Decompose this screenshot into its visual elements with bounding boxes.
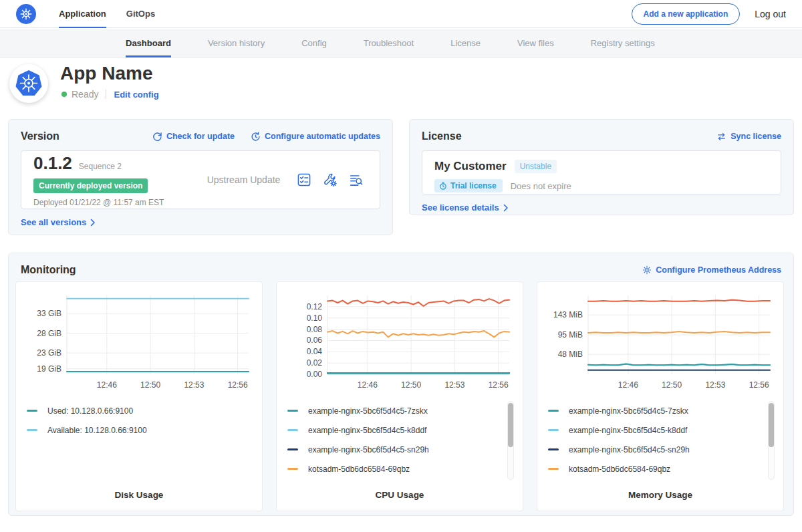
legend-color-dash bbox=[287, 468, 298, 470]
legend-scrollbar[interactable] bbox=[768, 401, 775, 480]
memory-usage-chart-card: 12:4612:5012:5312:5648 MiB95 MiB143 MiB … bbox=[537, 281, 784, 511]
legend-item: kotsadm-5db6dc6584-69qbz bbox=[548, 459, 750, 479]
tab-application-label: Application bbox=[59, 9, 106, 19]
svg-text:0.02: 0.02 bbox=[307, 358, 323, 368]
svg-text:12:53: 12:53 bbox=[444, 380, 464, 390]
app-subnav: Dashboard Version history Config Trouble… bbox=[0, 29, 802, 57]
page-title: App Name bbox=[60, 63, 152, 84]
cpu-usage-chart: 12:4612:5012:5312:560.000.020.040.060.08… bbox=[287, 290, 513, 393]
legend-item: Used: 10.128.0.66:9100 bbox=[27, 401, 229, 420]
disk-usage-chart-card: 12:4612:5012:5312:5619 GiB23 GiB28 GiB33… bbox=[15, 281, 263, 511]
svg-text:0.06: 0.06 bbox=[307, 336, 323, 345]
svg-text:33 GiB: 33 GiB bbox=[37, 309, 61, 318]
disk-usage-legend: Used: 10.128.0.66:9100Available: 10.128.… bbox=[27, 401, 251, 440]
chevron-right-icon bbox=[90, 219, 96, 227]
svg-text:12:46: 12:46 bbox=[618, 380, 638, 390]
logout-link[interactable]: Log out bbox=[755, 9, 786, 19]
tab-license[interactable]: License bbox=[450, 29, 481, 57]
tab-gitops-label: GitOps bbox=[126, 9, 155, 19]
tab-application[interactable]: Application bbox=[59, 0, 106, 28]
scrollbar-thumb[interactable] bbox=[769, 403, 774, 447]
chart-title: Memory Usage bbox=[537, 490, 783, 500]
svg-text:12:53: 12:53 bbox=[705, 380, 725, 390]
topnav-right: Add a new application Log out bbox=[632, 3, 786, 25]
tab-gitops[interactable]: GitOps bbox=[126, 0, 155, 28]
tab-dashboard[interactable]: Dashboard bbox=[126, 29, 171, 57]
version-card: Version Check for update Configure au bbox=[8, 119, 393, 235]
edit-config-link[interactable]: Edit config bbox=[114, 90, 158, 100]
config-wrench-icon[interactable] bbox=[323, 172, 338, 187]
legend-item: Available: 10.128.0.66:9100 bbox=[27, 420, 229, 440]
svg-text:0.04: 0.04 bbox=[307, 347, 323, 356]
check-for-update-link[interactable]: Check for update bbox=[152, 132, 235, 142]
legend-color-dash bbox=[548, 448, 559, 450]
kubernetes-app-icon bbox=[15, 69, 43, 98]
svg-text:23 GiB: 23 GiB bbox=[37, 348, 61, 358]
see-license-details-label: See license details bbox=[422, 203, 499, 213]
cpu-usage-legend: example-nginx-5bc6f5d4c5-7zskxexample-ng… bbox=[287, 401, 512, 479]
deploy-logs-icon[interactable] bbox=[349, 172, 364, 187]
legend-color-dash bbox=[287, 410, 298, 412]
svg-text:28 GiB: 28 GiB bbox=[37, 329, 61, 338]
sync-license-link[interactable]: Sync license bbox=[716, 132, 781, 142]
disk-usage-chart: 12:4612:5012:5312:5619 GiB23 GiB28 GiB33… bbox=[27, 290, 253, 393]
memory-usage-legend: example-nginx-5bc6f5d4c5-7zskxexample-ng… bbox=[548, 401, 773, 479]
svg-text:12:50: 12:50 bbox=[662, 380, 682, 390]
svg-text:143 MiB: 143 MiB bbox=[553, 310, 583, 319]
divider bbox=[106, 90, 106, 99]
memory-usage-chart: 12:4612:5012:5312:5648 MiB95 MiB143 MiB bbox=[548, 290, 774, 393]
tab-registry-settings[interactable]: Registry settings bbox=[591, 29, 655, 57]
legend-item: example-nginx-5bc6f5d4c5-k8ddf bbox=[548, 420, 750, 440]
configure-automatic-updates-link[interactable]: Configure automatic updates bbox=[251, 132, 380, 142]
tab-version-history[interactable]: Version history bbox=[208, 29, 265, 57]
status-badge: Ready bbox=[72, 89, 98, 100]
legend-color-dash bbox=[287, 448, 298, 450]
svg-text:12:50: 12:50 bbox=[401, 380, 421, 390]
scrollbar-thumb[interactable] bbox=[508, 403, 513, 447]
app-header: App Name Ready Edit config bbox=[0, 57, 802, 115]
svg-text:12:56: 12:56 bbox=[749, 380, 769, 390]
kots-admin-console: Application GitOps Add a new application… bbox=[0, 0, 802, 532]
svg-text:0.12: 0.12 bbox=[307, 302, 323, 311]
see-license-details-link[interactable]: See license details bbox=[422, 203, 781, 213]
monitoring-title: Monitoring bbox=[21, 264, 76, 276]
version-number: 0.1.2 bbox=[33, 153, 72, 174]
add-application-button[interactable]: Add a new application bbox=[632, 3, 741, 25]
tab-view-files[interactable]: View files bbox=[517, 29, 554, 57]
svg-text:12:46: 12:46 bbox=[97, 380, 117, 390]
legend-color-dash bbox=[548, 410, 559, 412]
svg-text:12:56: 12:56 bbox=[228, 380, 248, 390]
chevron-right-icon bbox=[503, 204, 509, 212]
version-card-title: Version bbox=[21, 130, 59, 142]
svg-text:12:56: 12:56 bbox=[489, 380, 509, 390]
check-for-update-label: Check for update bbox=[166, 132, 235, 141]
tab-config[interactable]: Config bbox=[301, 29, 327, 57]
monitoring-charts: 12:4612:5012:5312:5619 GiB23 GiB28 GiB33… bbox=[15, 281, 784, 511]
version-info: 0.1.2 Sequence 2 Currently deployed vers… bbox=[33, 153, 190, 207]
license-card-header: License Sync license bbox=[422, 130, 781, 142]
license-expiry-text: Does not expire bbox=[511, 181, 571, 191]
cpu-usage-chart-card: 12:4612:5012:5312:560.000.020.040.060.08… bbox=[276, 281, 523, 511]
configure-prometheus-link[interactable]: Configure Prometheus Address bbox=[642, 265, 781, 275]
license-card-title: License bbox=[422, 130, 462, 142]
legend-label: kotsadm-5db6dc6584-69qbz bbox=[569, 464, 670, 474]
channel-badge: Unstable bbox=[515, 160, 557, 173]
see-all-versions-label: See all versions bbox=[21, 217, 86, 227]
deployed-badge: Currently deployed version bbox=[33, 178, 148, 193]
monitoring-header: Monitoring Configure Prometheus Address bbox=[21, 264, 781, 276]
license-info-box: My Customer Unstable Trial license Does … bbox=[422, 150, 781, 194]
license-card: License Sync license My Customer Unstabl… bbox=[409, 119, 794, 215]
svg-text:19 GiB: 19 GiB bbox=[37, 364, 61, 374]
tab-troubleshoot[interactable]: Troubleshoot bbox=[364, 29, 414, 57]
svg-text:12:46: 12:46 bbox=[358, 380, 378, 390]
legend-scrollbar[interactable] bbox=[507, 401, 514, 480]
preflight-checks-icon[interactable] bbox=[297, 172, 311, 187]
configure-automatic-updates-label: Configure automatic updates bbox=[265, 132, 380, 141]
monitoring-section: Monitoring Configure Prometheus Address … bbox=[8, 253, 794, 516]
sync-arrows-icon bbox=[716, 132, 726, 142]
top-tabs: Application GitOps bbox=[59, 0, 175, 28]
svg-text:95 MiB: 95 MiB bbox=[558, 330, 583, 340]
top-navbar: Application GitOps Add a new application… bbox=[0, 0, 802, 28]
customer-name: My Customer bbox=[434, 160, 507, 173]
see-all-versions-link[interactable]: See all versions bbox=[21, 217, 380, 227]
